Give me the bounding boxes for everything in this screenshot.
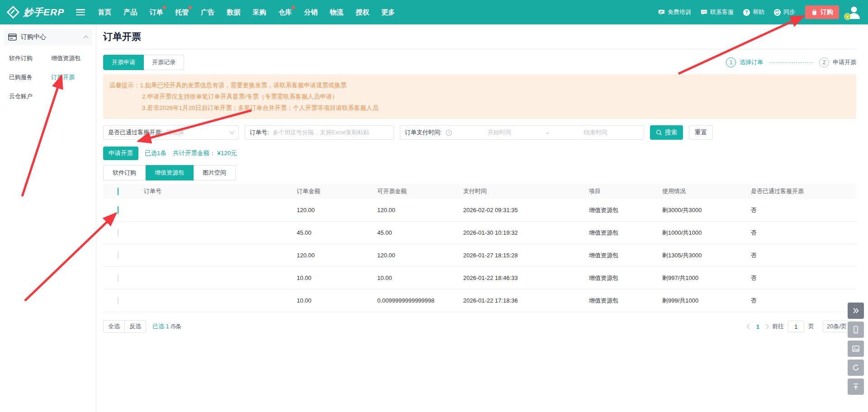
invert-selection-button[interactable]: 反选 (124, 320, 146, 333)
notification-dot (189, 6, 192, 9)
step-connector (769, 62, 813, 63)
next-page-icon[interactable] (764, 324, 768, 329)
subtab-value-added-pack[interactable]: 增值资源包 (146, 165, 194, 180)
image-icon (852, 345, 860, 353)
table-footer: 全选 反选 已选 1 /5条 1 前往 页 20条/页 (103, 320, 856, 333)
vip-badge: V (844, 13, 851, 20)
table-row: 10.00 10.00 2026-01-22 18:46:33 增值资源包 剩9… (103, 267, 856, 289)
image-gallery-button[interactable] (848, 341, 864, 357)
help-icon: ? (743, 9, 750, 16)
clock-icon (446, 129, 452, 136)
phone-icon (852, 326, 860, 334)
row-checkbox[interactable] (118, 297, 119, 304)
notice-line-1: 温馨提示：1.如果已经开具的发票信息有误，需要更换发票，请联系客服申请退票或换票 (109, 80, 849, 91)
floating-toolbar (848, 303, 864, 395)
logo-text: 妙手ERP (24, 6, 64, 19)
select-all-button[interactable]: 全选 (103, 320, 125, 333)
sidebar-item-value-added-pack[interactable]: 增值资源包 (51, 54, 93, 62)
sidebar-item-cloud-warehouse-account[interactable]: 云仓账户 (9, 92, 51, 100)
pay-time-range-picker[interactable]: 订单支付时间: 开始时间 - 结束时间 (400, 125, 644, 140)
page-title: 订单开票 (103, 30, 856, 43)
action-row: 申请开票 已选1条 共计开票金额： ¥120元 (103, 147, 856, 160)
prev-page-icon[interactable] (747, 324, 752, 329)
sidebar-item-purchased-services[interactable]: 已购服务 (9, 73, 51, 81)
logo[interactable]: 妙手ERP (6, 5, 64, 19)
step-select-order: 1 选择订单 (726, 57, 763, 67)
chevron-down-icon (229, 129, 234, 134)
nav-item-authorization[interactable]: 授权 (356, 8, 369, 17)
search-icon (656, 129, 662, 136)
free-training-link[interactable]: 免费培训 (658, 8, 691, 16)
app-root: 妙手ERP 首页 产品 订单 托管 广告 数据 采购 仓库 分销 物流 授权 更… (0, 0, 868, 412)
nav-item-more[interactable]: 更多 (381, 8, 395, 17)
tab-invoice-apply[interactable]: 开票申请 (103, 55, 144, 70)
notification-dot (163, 6, 166, 9)
goto-label: 前往 (772, 322, 784, 331)
svg-text:?: ? (745, 10, 748, 15)
product-type-tabs: 软件订购 增值资源包 图片空间 (103, 165, 856, 180)
sync-link[interactable]: 同步 (773, 8, 795, 16)
search-button[interactable]: 搜索 (650, 125, 683, 140)
row-checkbox[interactable] (118, 206, 119, 214)
table-row: 120.00 120.00 2026-02-02 09:31:35 增值资源包 … (103, 199, 856, 222)
back-to-top-button[interactable] (848, 379, 864, 395)
table-header: 订单号 订单金额 可开票金额 支付时间 项目 使用情况 是否已通过客服开票 (103, 184, 856, 199)
selection-summary: 已选1条 共计开票金额： ¥120元 (145, 149, 237, 157)
current-page[interactable]: 1 (755, 323, 760, 330)
apply-invoice-button[interactable]: 申请开票 (103, 147, 138, 160)
top-arrow-icon (852, 383, 860, 391)
nav-item-hosting[interactable]: 托管 (175, 8, 189, 17)
table-row: 120.00 120.00 2026-01-27 18:15:28 增值资源包 … (103, 244, 856, 267)
notification-dot (292, 6, 295, 9)
sidebar: 订购中心 软件订购 增值资源包 已购服务 订单开票 云仓账户 (0, 24, 96, 412)
row-checkbox[interactable] (118, 251, 119, 259)
avatar[interactable]: V (846, 5, 862, 20)
nav-item-warehouse[interactable]: 仓库 (278, 8, 292, 17)
row-checkbox[interactable] (118, 229, 119, 237)
tab-invoice-records[interactable]: 开票记录 (144, 55, 184, 70)
end-time-placeholder[interactable]: 结束时间 (552, 128, 639, 137)
step-apply-invoice: 2 申请开票 (819, 57, 856, 67)
nav-item-data[interactable]: 数据 (227, 8, 240, 17)
nav-item-home[interactable]: 首页 (98, 8, 111, 17)
topbar: 妙手ERP 首页 产品 订单 托管 广告 数据 采购 仓库 分销 物流 授权 更… (0, 0, 868, 24)
table-row: 10.00 0.0099999999999998 2026-01-22 17:1… (103, 289, 856, 312)
nav-item-purchase[interactable]: 采购 (252, 8, 266, 17)
reset-button[interactable]: 重置 (689, 125, 713, 140)
nav-item-ads[interactable]: 广告 (201, 8, 214, 17)
menu-toggle-icon[interactable] (76, 9, 85, 15)
sidebar-item-software-subscribe[interactable]: 软件订购 (9, 54, 51, 62)
refresh-icon (852, 364, 860, 372)
notice-line-3: 3.若非2026年1月20日后订单开票；多笔订单合并开票；个人开票等项目请联系客… (142, 102, 849, 114)
nav-item-distribution[interactable]: 分销 (304, 8, 318, 17)
chat-icon (700, 9, 708, 16)
sidebar-section-subscribe-center[interactable]: 订购中心 (4, 29, 92, 45)
service-invoice-select[interactable]: 是否已通过客服开票: 请选择 (103, 125, 239, 140)
nav-item-logistics[interactable]: 物流 (330, 8, 343, 17)
sync-icon (773, 9, 781, 16)
sidebar-item-order-invoicing[interactable]: 订单开票 (51, 73, 93, 81)
start-time-placeholder[interactable]: 开始时间 (456, 128, 543, 137)
main-content: 订单开票 开票申请 开票记录 1 选择订单 2 申请开票 温馨提示：1.如果已经… (97, 24, 868, 412)
collapse-panel-button[interactable] (848, 303, 864, 319)
chevron-up-icon (83, 35, 88, 40)
refresh-button[interactable] (848, 360, 864, 376)
subtab-software-subscribe[interactable]: 软件订购 (103, 165, 146, 180)
training-icon (658, 9, 665, 16)
nav-item-products[interactable]: 产品 (123, 8, 137, 17)
table-row: 45.00 45.00 2026-01-30 10:19:32 增值资源包 剩1… (103, 222, 856, 244)
help-link[interactable]: ? 帮助 (743, 8, 764, 16)
page-unit-label: 页 (808, 322, 814, 331)
billing-card-icon (8, 33, 17, 41)
header-checkbox[interactable] (118, 188, 119, 195)
mobile-app-button[interactable] (848, 322, 864, 338)
subscribe-button[interactable]: 订购 (805, 5, 839, 19)
filter-row: 是否已通过客服开票: 请选择 订单号: 多个用逗号分隔，支持Excel复制粘贴 … (103, 125, 856, 140)
logo-icon (6, 5, 20, 19)
goto-page-input[interactable] (788, 321, 804, 332)
row-checkbox[interactable] (118, 274, 119, 282)
contact-service-link[interactable]: 联系客服 (700, 8, 734, 16)
subtab-image-space[interactable]: 图片空间 (194, 165, 236, 180)
nav-item-orders[interactable]: 订单 (149, 8, 163, 17)
order-number-input[interactable]: 订单号: 多个用逗号分隔，支持Excel复制粘贴 (245, 125, 394, 140)
